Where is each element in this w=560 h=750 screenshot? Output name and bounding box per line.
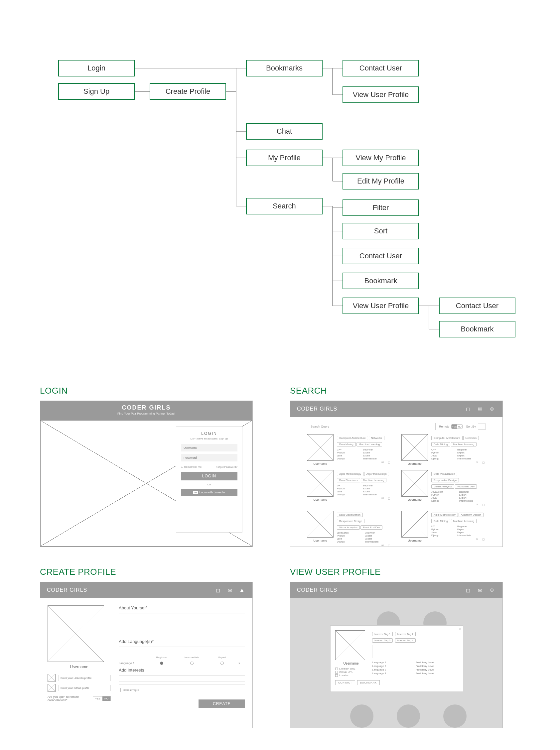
- brand: CODER GIRLS: [40, 404, 253, 411]
- lang-input[interactable]: [119, 647, 245, 653]
- card-action-icons[interactable]: ✉ ◻: [337, 497, 392, 500]
- bookmark-icon[interactable]: ◻: [464, 586, 472, 594]
- node-view-user-profile-2: View User Profile: [342, 298, 419, 314]
- result-card[interactable]: Username Agile MethodologyAlgorithm Desi…: [401, 511, 486, 547]
- radio-beginner[interactable]: [160, 662, 163, 665]
- node-contact-user-2: Contact User: [342, 248, 419, 264]
- forgot-link[interactable]: Forgot Password?: [216, 465, 237, 468]
- username-input[interactable]: [181, 444, 237, 451]
- avatar-upload[interactable]: [47, 605, 104, 662]
- topbar: CODER GIRLS ◻ ✉ ▲: [40, 582, 253, 598]
- card-action-icons[interactable]: ✉ ◻: [431, 461, 486, 464]
- node-create-profile: Create Profile: [149, 83, 226, 100]
- wire-title-search: SEARCH: [290, 386, 520, 396]
- location-label: Location: [335, 674, 367, 677]
- node-bookmark-1: Bookmark: [342, 272, 419, 289]
- user-icon[interactable]: ☺: [488, 405, 496, 412]
- user-icon[interactable]: ☺: [488, 586, 496, 594]
- sitemap-diagram: Login Sign Up Create Profile Bookmarks C…: [0, 0, 560, 366]
- card-action-icons[interactable]: ✉ ◻: [337, 544, 392, 547]
- mail-icon[interactable]: ✉: [226, 586, 234, 594]
- wireframe-view-user-profile: CODER GIRLS ◻ ✉ ☺ × Username Link: [290, 582, 503, 728]
- wire-title-create: CREATE PROFILE: [40, 567, 270, 577]
- remember-checkbox[interactable]: ☐ Remember me: [181, 465, 201, 468]
- node-search: Search: [246, 198, 323, 215]
- signup-hint[interactable]: Don't have an account? Sign up: [181, 437, 237, 440]
- wire-title-view: VIEW USER PROFILE: [290, 567, 520, 577]
- contact-button[interactable]: CONTACT: [335, 680, 355, 685]
- node-contact-user-3: Contact User: [439, 298, 516, 314]
- mail-icon[interactable]: ✉: [477, 405, 484, 412]
- topbar: CODER GIRLS ◻ ✉ ☺: [290, 582, 502, 598]
- result-card[interactable]: Username Data VisualizationResponsive De…: [401, 470, 486, 506]
- remote-toggle[interactable]: YESNO: [93, 696, 111, 701]
- result-card[interactable]: Username Computer ArchitectureNetworks D…: [307, 434, 392, 465]
- brand: CODER GIRLS: [47, 587, 87, 593]
- about-label: About Yourself: [119, 605, 245, 610]
- wireframe-search: CODER GIRLS ◻ ✉ ☺ Search Query Remote YE…: [290, 401, 503, 547]
- lang-proficiency-row[interactable]: Language 1 ×: [119, 662, 245, 665]
- brand: CODER GIRLS: [297, 406, 337, 412]
- result-card[interactable]: Username Computer ArchitectureNetworks D…: [401, 434, 486, 465]
- panel-title: LOGIN: [181, 431, 237, 436]
- bookmark-icon[interactable]: ◻: [215, 586, 222, 594]
- github-input[interactable]: [58, 685, 111, 691]
- card-action-icons[interactable]: ✉ ◻: [337, 461, 392, 464]
- password-input[interactable]: [181, 454, 237, 462]
- radio-expert[interactable]: [220, 662, 224, 665]
- node-sort: Sort: [342, 223, 419, 239]
- lang-label: Add Language(s)*: [119, 639, 245, 644]
- close-icon[interactable]: ×: [459, 627, 461, 631]
- node-chat: Chat: [246, 123, 323, 140]
- remove-lang-icon[interactable]: ×: [238, 662, 245, 665]
- sort-control[interactable]: Sort By: [466, 424, 486, 429]
- node-login: Login: [58, 60, 135, 77]
- login-panel: LOGIN Don't have an account? Sign up ☐ R…: [176, 426, 242, 532]
- avatar-placeholder: [335, 630, 365, 660]
- about-textarea[interactable]: [119, 613, 245, 636]
- topbar: CODER GIRLS ◻ ✉ ☺: [290, 401, 502, 417]
- or-divider: OR: [181, 483, 237, 486]
- node-bookmark-2: Bookmark: [439, 321, 516, 338]
- username-label: Username: [47, 665, 111, 669]
- user-icon[interactable]: ▲: [238, 586, 246, 594]
- radio-intermediate[interactable]: [190, 662, 194, 665]
- login-hero: CODER GIRLS Find Your Pair Programming P…: [40, 401, 253, 420]
- card-action-icons[interactable]: ✉ ◻: [431, 538, 486, 541]
- brand: CODER GIRLS: [297, 587, 337, 593]
- wire-title-login: LOGIN: [40, 386, 270, 396]
- node-my-profile: My Profile: [246, 149, 323, 166]
- linkedin-login-button[interactable]: inLogin with LinkedIn: [181, 489, 237, 496]
- github-icon: [47, 684, 56, 692]
- card-action-icons[interactable]: ✉ ◻: [431, 503, 486, 506]
- wireframe-create-profile: CODER GIRLS ◻ ✉ ▲ Username Are you open …: [40, 582, 253, 728]
- node-filter: Filter: [342, 200, 419, 216]
- avatar-placeholder: [307, 470, 334, 497]
- avatar-placeholder: [401, 434, 428, 461]
- node-view-user-profile-1: View User Profile: [342, 86, 419, 103]
- linkedin-icon: [47, 674, 56, 682]
- interests-input[interactable]: [119, 675, 245, 682]
- node-contact-user-1: Contact User: [342, 60, 419, 77]
- node-view-my-profile: View My Profile: [342, 149, 419, 166]
- search-input[interactable]: Search Query: [307, 423, 436, 430]
- create-button[interactable]: CREATE: [199, 700, 245, 708]
- avatar-placeholder: [307, 434, 334, 461]
- username-label: Username: [335, 662, 367, 665]
- interest-tag-chip[interactable]: Interest Tag ×: [119, 685, 245, 694]
- remote-question: Are you open to remote collaboration?*: [47, 695, 90, 702]
- result-card[interactable]: Username Agile MethodologyAlgorithm Desi…: [307, 470, 392, 506]
- result-card[interactable]: Username Data VisualizationResponsive De…: [307, 511, 392, 547]
- results-grid: Username Computer ArchitectureNetworks D…: [290, 434, 502, 547]
- interests-label: Add Interests: [119, 668, 245, 672]
- login-button[interactable]: LOGIN: [181, 472, 237, 480]
- bookmark-icon[interactable]: ◻: [464, 405, 472, 412]
- mail-icon[interactable]: ✉: [477, 586, 484, 594]
- wireframe-login: CODER GIRLS Find Your Pair Programming P…: [40, 401, 253, 547]
- github-link[interactable]: Github URL: [335, 671, 367, 673]
- linkedin-link[interactable]: LinkedIn URL: [335, 667, 367, 670]
- remote-toggle[interactable]: Remote YESNO: [439, 424, 463, 429]
- avatar-placeholder: [401, 511, 428, 538]
- linkedin-input[interactable]: [58, 675, 111, 681]
- node-bookmarks: Bookmarks: [246, 60, 323, 77]
